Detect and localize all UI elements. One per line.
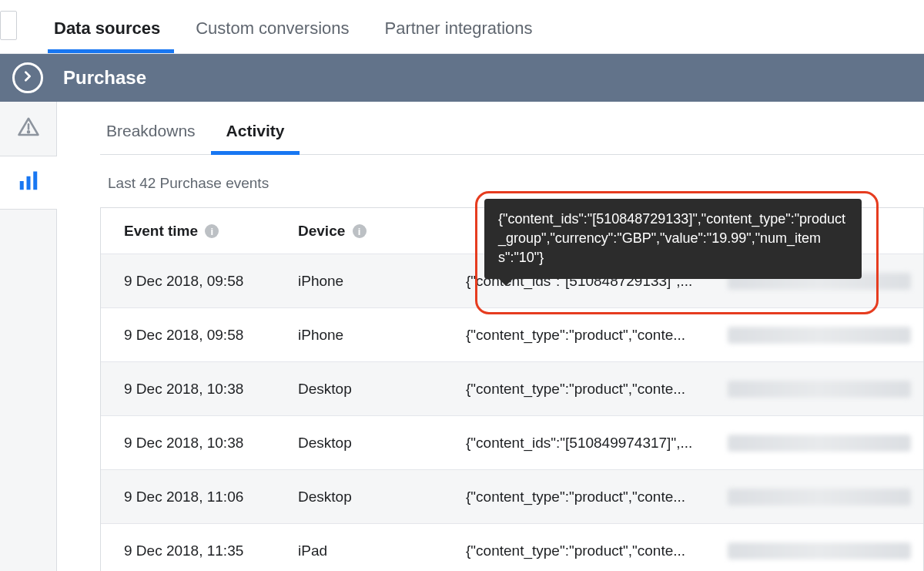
subtab-activity[interactable]: Activity bbox=[211, 103, 300, 154]
redacted-url bbox=[728, 489, 911, 506]
redacted-url bbox=[728, 327, 911, 344]
redacted-url bbox=[728, 542, 911, 559]
cell-url bbox=[709, 542, 923, 559]
svg-point-1 bbox=[28, 131, 29, 133]
primary-nav: Data sources Custom conversions Partner … bbox=[0, 0, 924, 54]
chevron-right-icon bbox=[22, 71, 33, 85]
cell-payload: {"content_type":"product","conte... bbox=[466, 381, 709, 398]
expand-event-button[interactable] bbox=[12, 62, 43, 93]
redacted-url bbox=[728, 381, 911, 398]
cell-url bbox=[709, 489, 923, 506]
cell-event-time: 9 Dec 2018, 10:38 bbox=[101, 381, 298, 398]
col-header-device-label: Device bbox=[298, 223, 345, 239]
cell-event-time: 9 Dec 2018, 10:38 bbox=[101, 435, 298, 452]
warning-icon bbox=[17, 116, 40, 142]
cell-event-time: 9 Dec 2018, 09:58 bbox=[101, 273, 298, 290]
cell-url bbox=[709, 381, 923, 398]
cell-payload: {"content_ids":"[510849974317]",... bbox=[466, 435, 709, 452]
cell-device: Desktop bbox=[298, 489, 466, 506]
svg-rect-2 bbox=[19, 181, 23, 190]
table-row[interactable]: 9 Dec 2018, 11:06 Desktop {"content_type… bbox=[101, 470, 923, 524]
cell-url bbox=[709, 327, 923, 344]
bar-chart-icon bbox=[17, 170, 40, 196]
table-row[interactable]: 9 Dec 2018, 11:35 iPad {"content_type":"… bbox=[101, 524, 923, 571]
cell-device: iPhone bbox=[298, 327, 466, 344]
events-summary: Last 42 Purchase events bbox=[108, 175, 924, 192]
col-header-event-time: Event time i bbox=[101, 223, 298, 240]
events-table: Event time i Device i 9 Dec 2018, 09:58 … bbox=[100, 207, 924, 571]
cell-payload: {"content_type":"product","conte... bbox=[466, 542, 709, 559]
col-header-event-time-label: Event time bbox=[124, 223, 198, 239]
context-selector[interactable] bbox=[0, 11, 17, 40]
cell-device: Desktop bbox=[298, 381, 466, 398]
table-row[interactable]: 9 Dec 2018, 10:38 Desktop {"content_type… bbox=[101, 362, 923, 416]
tab-data-sources[interactable]: Data sources bbox=[54, 5, 160, 49]
payload-tooltip-text: {"content_ids":"[510848729133]","content… bbox=[498, 211, 845, 265]
col-header-device: Device i bbox=[298, 223, 466, 240]
info-icon[interactable]: i bbox=[353, 224, 367, 238]
svg-rect-3 bbox=[26, 176, 30, 190]
payload-tooltip: {"content_ids":"[510848729133]","content… bbox=[484, 199, 862, 279]
table-row[interactable]: 9 Dec 2018, 10:38 Desktop {"content_ids"… bbox=[101, 416, 923, 470]
info-icon[interactable]: i bbox=[205, 224, 219, 238]
cell-device: Desktop bbox=[298, 435, 466, 452]
sub-tabs: Breakdowns Activity bbox=[100, 103, 924, 155]
cell-event-time: 9 Dec 2018, 11:06 bbox=[101, 489, 298, 506]
subtab-breakdowns[interactable]: Breakdowns bbox=[100, 103, 211, 154]
sidebar-item-diagnostics[interactable] bbox=[0, 102, 57, 156]
cell-payload: {"content_type":"product","conte... bbox=[466, 327, 709, 344]
cell-payload: {"content_type":"product","conte... bbox=[466, 489, 709, 506]
tab-custom-conversions[interactable]: Custom conversions bbox=[196, 5, 349, 49]
event-title: Purchase bbox=[63, 67, 146, 89]
svg-rect-4 bbox=[33, 172, 37, 190]
cell-device: iPad bbox=[298, 542, 466, 559]
cell-event-time: 9 Dec 2018, 09:58 bbox=[101, 327, 298, 344]
cell-device: iPhone bbox=[298, 273, 466, 290]
side-nav bbox=[0, 102, 57, 571]
event-header-bar: Purchase bbox=[0, 54, 924, 102]
cell-event-time: 9 Dec 2018, 11:35 bbox=[101, 542, 298, 559]
tab-partner-integrations[interactable]: Partner integrations bbox=[385, 5, 533, 49]
redacted-url bbox=[728, 435, 911, 452]
table-row[interactable]: 9 Dec 2018, 09:58 iPhone {"content_type"… bbox=[101, 308, 923, 362]
sidebar-item-activity[interactable] bbox=[0, 156, 57, 210]
cell-url bbox=[709, 435, 923, 452]
